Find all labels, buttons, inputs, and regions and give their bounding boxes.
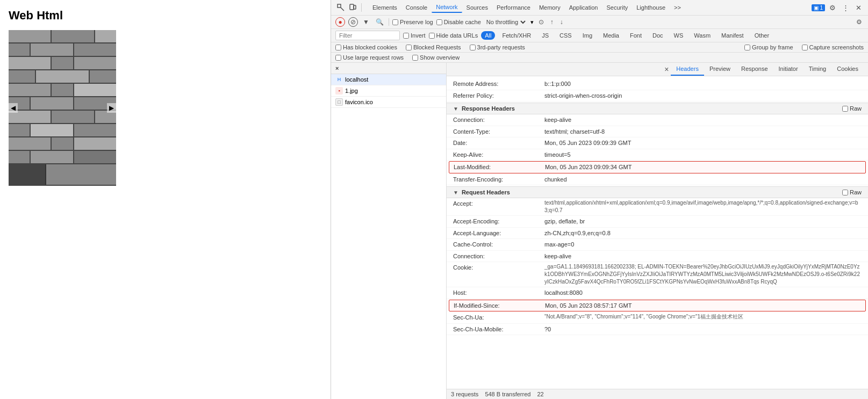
upload-icon[interactable]: ↑ — [549, 18, 555, 26]
download-icon[interactable]: ↓ — [558, 18, 565, 26]
header-value-accept-encoding: gzip, deflate, br — [544, 217, 862, 226]
headers-content[interactable]: Remote Address: b::1:p:000 Referrer Poli… — [447, 76, 868, 389]
devtools-toolbar: ● ⊘ ▼ 🔍 Preserve log Disable cache No th… — [331, 16, 868, 29]
header-name-sec-ch-ua: Sec-Ch-Ua: — [453, 313, 544, 322]
detail-tab-timing[interactable]: Timing — [804, 63, 832, 76]
tab-more[interactable]: >> — [670, 3, 685, 12]
response-headers-section: ▼ Response Headers Raw — [447, 103, 868, 114]
tab-application[interactable]: Application — [565, 3, 602, 12]
image-prev-btn[interactable]: ◀ — [9, 103, 18, 113]
network-item-label-localhost: localhost — [345, 76, 368, 83]
tab-security[interactable]: Security — [602, 3, 632, 12]
header-value-sec-ch-ua-mobile: ?0 — [544, 325, 862, 334]
clear-button[interactable]: ⊘ — [348, 17, 358, 27]
header-value-referrer: strict-origin-when-cross-origin — [544, 91, 862, 100]
blocked-requests-checkbox[interactable]: Blocked Requests — [406, 44, 461, 50]
group-by-frame-checkbox[interactable]: Group by frame — [744, 44, 793, 50]
tab-memory[interactable]: Memory — [535, 3, 565, 12]
filter-type-doc[interactable]: Doc — [649, 31, 667, 40]
request-headers-label: Request Headers — [462, 189, 510, 195]
hide-data-urls-checkbox[interactable]: Hide data URLs — [429, 32, 478, 39]
filter-type-css[interactable]: CSS — [556, 31, 576, 40]
search-button[interactable]: 🔍 — [374, 18, 385, 26]
more-options-icon[interactable]: ⋮ — [840, 2, 851, 13]
filter-input[interactable] — [335, 31, 400, 40]
filter-type-fetch-xhr[interactable]: Fetch/XHR — [498, 31, 535, 40]
request-headers-triangle[interactable]: ▼ — [453, 190, 458, 195]
network-item-localhost[interactable]: H localhost — [331, 74, 446, 85]
detail-panel: × Headers Preview Response Initiator Tim… — [447, 63, 868, 399]
filter-type-wasm[interactable]: Wasm — [690, 31, 714, 40]
header-name-transfer-encoding: Transfer-Encoding: — [453, 175, 544, 184]
header-row-keep-alive: Keep-Alive: timeout=5 — [447, 149, 868, 161]
header-name-remote: Remote Address: — [453, 79, 544, 89]
toolbar-right-spacer: ⚙ — [855, 18, 864, 26]
options-row-2: Use large request rows Show overview — [331, 53, 868, 63]
filter-row: Invert Hide data URLs All Fetch/XHR JS C… — [331, 29, 868, 42]
status-bar: 3 requests 548 B transferred 22 — [447, 389, 868, 399]
network-settings-icon[interactable]: ⚙ — [855, 18, 864, 26]
filter-type-img[interactable]: Img — [579, 31, 596, 40]
show-overview-checkbox[interactable]: Show overview — [412, 54, 460, 61]
response-headers-triangle[interactable]: ▼ — [453, 106, 458, 112]
wifi-icon[interactable]: ⊙ — [537, 18, 546, 26]
detail-close-btn[interactable]: × — [662, 64, 671, 75]
devtools-inspect-icon[interactable] — [335, 2, 346, 13]
filter-type-font[interactable]: Font — [626, 31, 645, 40]
header-name-if-modified-since: If-Modified-Since: — [454, 301, 545, 310]
blocked-cookies-checkbox[interactable]: Has blocked cookies — [335, 44, 397, 50]
network-item-favicon[interactable]: □ favicon.ico — [331, 97, 446, 108]
throttle-select[interactable]: No throttling — [484, 18, 527, 26]
page-title: Web Html — [9, 9, 322, 23]
settings-icon[interactable]: ⚙ — [827, 2, 838, 13]
header-name-last-modified: Last-Modified: — [454, 163, 545, 172]
request-raw-checkbox[interactable]: Raw — [842, 189, 862, 195]
large-request-rows-checkbox[interactable]: Use large request rows — [335, 54, 404, 61]
tab-network[interactable]: Network — [432, 2, 462, 13]
capture-screenshots-checkbox[interactable]: Capture screenshots — [802, 44, 864, 50]
header-row-accept-language: Accept-Language: zh-CN,zh;q=0.9,en;q=0.8 — [447, 228, 868, 240]
filter-button[interactable]: ▼ — [361, 18, 371, 26]
toolbar-sep-1 — [389, 18, 389, 26]
third-party-checkbox[interactable]: 3rd-party requests — [470, 44, 525, 50]
image-next-btn[interactable]: ▶ — [107, 103, 116, 113]
tab-sources[interactable]: Sources — [462, 3, 492, 12]
tab-elements[interactable]: Elements — [368, 3, 401, 12]
record-button[interactable]: ● — [335, 17, 345, 27]
header-value-connection-req: keep-alive — [544, 252, 862, 261]
close-devtools-icon[interactable]: ✕ — [853, 2, 864, 13]
invert-checkbox[interactable]: Invert — [403, 32, 426, 39]
filter-type-media[interactable]: Media — [599, 31, 623, 40]
detail-tab-headers[interactable]: Headers — [671, 63, 704, 76]
filter-type-manifest[interactable]: Manifest — [718, 31, 748, 40]
tab-console[interactable]: Console — [401, 3, 432, 12]
filter-type-other[interactable]: Other — [751, 31, 773, 40]
request-headers-section: ▼ Request Headers Raw — [447, 186, 868, 198]
header-row-connection: Connection: keep-alive — [447, 114, 868, 126]
header-name-date: Date: — [453, 139, 544, 148]
detail-tab-cookies[interactable]: Cookies — [831, 63, 864, 76]
filter-type-all[interactable]: All — [481, 31, 495, 40]
detail-tab-initiator[interactable]: Initiator — [773, 63, 804, 76]
header-value-sec-ch-ua: "Not.A/Brand";v="8", "Chromium";v="114",… — [544, 313, 862, 322]
disable-cache-checkbox[interactable]: Disable cache — [436, 19, 481, 25]
web-image: ◀ ▶ — [9, 30, 116, 186]
devtools-device-icon[interactable] — [347, 2, 358, 13]
tab-performance[interactable]: Performance — [492, 3, 535, 12]
status-transferred: 548 B transferred — [485, 391, 530, 397]
detail-tab-response[interactable]: Response — [736, 63, 773, 76]
network-list-header: × — [331, 63, 446, 74]
filter-type-js[interactable]: JS — [538, 31, 553, 40]
response-raw-checkbox[interactable]: Raw — [842, 105, 862, 112]
devtools-topbar: Elements Console Network Sources Perform… — [331, 0, 868, 16]
header-value-accept: text/html,application/xhtml+xml,applicat… — [544, 199, 862, 214]
network-item-jpg[interactable]: ▪ 1.jpg — [331, 85, 446, 97]
detail-tab-preview[interactable]: Preview — [704, 63, 736, 76]
header-row-sec-ch-ua-mobile: Sec-Ch-Ua-Mobile: ?0 — [447, 324, 868, 336]
header-row-date: Date: Mon, 05 Jun 2023 09:09:39 GMT — [447, 137, 868, 149]
header-name-host: Host: — [453, 288, 544, 298]
preserve-log-checkbox[interactable]: Preserve log — [392, 19, 433, 25]
filter-type-ws[interactable]: WS — [670, 31, 687, 40]
header-name-sec-ch-ua-mobile: Sec-Ch-Ua-Mobile: — [453, 325, 544, 334]
tab-lighthouse[interactable]: Lighthouse — [632, 3, 670, 12]
